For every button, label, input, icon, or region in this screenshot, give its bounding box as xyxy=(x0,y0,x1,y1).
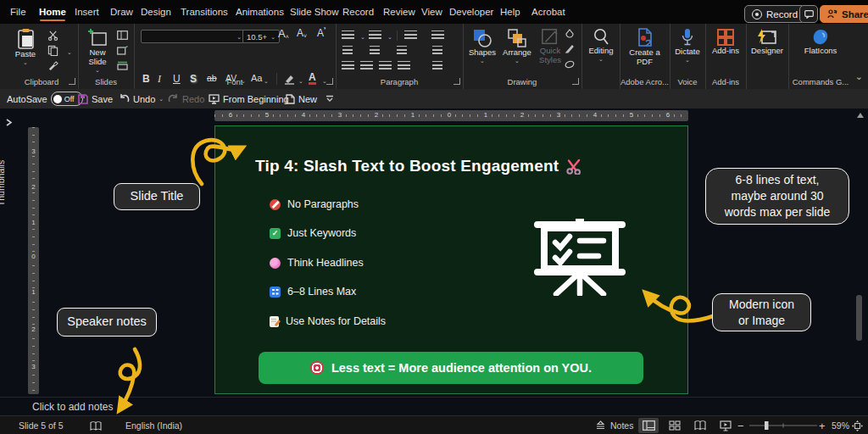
reset-button[interactable] xyxy=(115,44,129,56)
tab-draw[interactable]: Draw xyxy=(110,7,133,17)
increase-indent-button[interactable] xyxy=(368,44,381,56)
slide-canvas[interactable]: Tip 4: Slash Text to Boost Engagement No… xyxy=(214,125,688,394)
slide-show-button[interactable] xyxy=(715,418,736,433)
arrange-button[interactable]: Arrange ⌄ xyxy=(500,28,534,64)
paste-button[interactable]: Paste ⌄ xyxy=(10,28,41,65)
slide-sorter-button[interactable] xyxy=(665,418,685,433)
callout-speaker-notes[interactable]: Speaker notes xyxy=(57,308,157,337)
justify-button[interactable] xyxy=(397,59,410,71)
decrease-font-button[interactable]: A˅ xyxy=(297,27,307,39)
tab-file[interactable]: File xyxy=(10,7,26,17)
addins-button[interactable]: Add-ins xyxy=(709,28,743,56)
scroll-up-arrow-icon[interactable] xyxy=(856,112,865,119)
decrease-indent-button[interactable] xyxy=(341,44,354,56)
tab-animations[interactable]: Animations xyxy=(236,7,284,17)
font-name-combobox[interactable]: ⌄ xyxy=(141,30,246,43)
increase-font-button[interactable]: A˄ xyxy=(278,27,289,40)
callout-slide-title[interactable]: Slide Title xyxy=(114,183,200,210)
align-left-button[interactable] xyxy=(341,59,354,71)
shape-outline-button[interactable] xyxy=(563,43,576,55)
tab-acrobat[interactable]: Acrobat xyxy=(531,7,565,17)
tab-review[interactable]: Review xyxy=(383,7,415,17)
share-button[interactable]: Share ⌄ xyxy=(820,5,868,23)
tab-insert[interactable]: Insert xyxy=(75,7,99,17)
zoom-slider[interactable] xyxy=(749,416,817,434)
customize-qat-button[interactable] xyxy=(326,89,334,108)
bullet-item[interactable]: Think Headlines xyxy=(270,255,364,270)
tab-home[interactable]: Home xyxy=(39,7,66,17)
presentation-board-icon[interactable] xyxy=(529,218,631,296)
slide-indicator[interactable]: Slide 5 of 5 xyxy=(19,416,64,434)
shapes-button[interactable]: Shapes ⌄ xyxy=(466,28,498,64)
new-slide-button[interactable]: New Slide ⌄ xyxy=(81,28,114,73)
collapse-ribbon-chevron-icon[interactable]: ⌄ xyxy=(855,71,863,82)
record-button[interactable]: Record xyxy=(744,5,805,23)
section-button[interactable] xyxy=(115,59,129,71)
font-dialog-launcher[interactable] xyxy=(326,78,333,85)
autosave-control[interactable]: AutoSave Off xyxy=(7,89,83,108)
editing-button[interactable]: Editing ⌄ xyxy=(585,28,617,62)
cut-button[interactable] xyxy=(46,29,59,41)
create-pdf-button[interactable]: Create a PDF xyxy=(624,28,665,67)
normal-view-button[interactable] xyxy=(638,418,659,433)
zoom-in-button[interactable]: + xyxy=(819,416,826,434)
tab-help[interactable]: Help xyxy=(500,7,520,17)
bullet-item[interactable]: ✓ Just Keywords xyxy=(270,225,356,241)
align-right-button[interactable] xyxy=(378,59,392,71)
align-text-button[interactable] xyxy=(431,44,444,56)
clear-formatting-button[interactable]: A𝄒 xyxy=(317,27,326,39)
shape-effects-button[interactable] xyxy=(563,58,576,70)
tab-developer[interactable]: Developer xyxy=(449,7,493,17)
dictate-button[interactable]: Dictate ⌄ xyxy=(672,28,703,63)
bullet-item[interactable]: Use Notes for Details xyxy=(270,314,386,329)
text-direction-button[interactable] xyxy=(431,29,444,41)
numbering-button[interactable] xyxy=(368,29,381,41)
language-indicator[interactable]: English (India) xyxy=(125,416,182,434)
callout-modern-icon[interactable]: Modern icon or Image xyxy=(712,293,811,331)
columns-button[interactable] xyxy=(395,44,409,56)
notes-placeholder[interactable]: Click to add notes xyxy=(32,401,113,413)
smartart-button[interactable] xyxy=(431,59,444,71)
bullet-item[interactable]: No Paragraphs xyxy=(270,197,359,212)
font-size-combobox[interactable]: 10.5+ ⌄ xyxy=(242,30,280,43)
format-painter-button[interactable] xyxy=(46,59,59,71)
fit-to-window-button[interactable] xyxy=(852,416,863,434)
save-button[interactable]: Save xyxy=(78,89,113,108)
zoom-level[interactable]: 59% xyxy=(832,416,849,434)
line-spacing-button[interactable] xyxy=(403,29,417,41)
zoom-out-button[interactable]: − xyxy=(737,416,744,434)
align-center-button[interactable] xyxy=(359,59,373,71)
tab-view[interactable]: View xyxy=(421,7,442,17)
layout-button[interactable] xyxy=(115,29,129,41)
tab-design[interactable]: Design xyxy=(141,7,171,17)
quick-styles-button[interactable]: Quick Styles xyxy=(536,28,565,65)
flaticons-button[interactable]: FlatIcons xyxy=(800,28,841,56)
slide-title-text[interactable]: Tip 4: Slash Text to Boost Engagement xyxy=(255,157,583,175)
notes-pane[interactable]: Click to add notes xyxy=(0,397,868,416)
cta-banner[interactable]: Less text = More audience attention on Y… xyxy=(259,352,643,384)
paragraph-dialog-launcher[interactable] xyxy=(453,78,460,85)
callout-lines-note[interactable]: 6-8 lines of text, maybe around 30 words… xyxy=(705,168,849,225)
copy-button[interactable] xyxy=(46,44,59,56)
group-adobe-acrobat: Create a PDF Adobe Acro... xyxy=(620,24,670,89)
new-presentation-button[interactable]: New xyxy=(286,89,317,108)
tab-transitions[interactable]: Transitions xyxy=(181,7,228,17)
thumbnails-pane-collapsed[interactable]: Thumbnails xyxy=(2,119,20,126)
bullets-button[interactable] xyxy=(341,29,354,41)
clipboard-dialog-launcher[interactable] xyxy=(69,78,75,85)
spell-check-button[interactable] xyxy=(90,416,102,434)
chevron-down-icon[interactable]: ⌄ xyxy=(63,46,76,58)
reading-view-button[interactable] xyxy=(690,418,710,433)
from-beginning-button[interactable]: From Beginning xyxy=(209,89,289,108)
bullet-item[interactable]: 6–8 Lines Max xyxy=(270,284,356,299)
redo-button[interactable]: Redo xyxy=(168,89,204,108)
undo-button[interactable]: Undo ⌄ xyxy=(119,89,164,108)
notes-toggle-button[interactable]: Notes xyxy=(595,416,633,434)
shape-fill-button[interactable] xyxy=(563,28,576,40)
drawing-dialog-launcher[interactable] xyxy=(572,78,579,85)
vertical-scrollbar-thumb[interactable] xyxy=(856,295,862,341)
tab-record[interactable]: Record xyxy=(342,7,374,17)
comments-button[interactable] xyxy=(799,5,818,23)
designer-button[interactable]: Designer xyxy=(749,28,785,56)
tab-slide-show[interactable]: Slide Show xyxy=(290,7,339,17)
